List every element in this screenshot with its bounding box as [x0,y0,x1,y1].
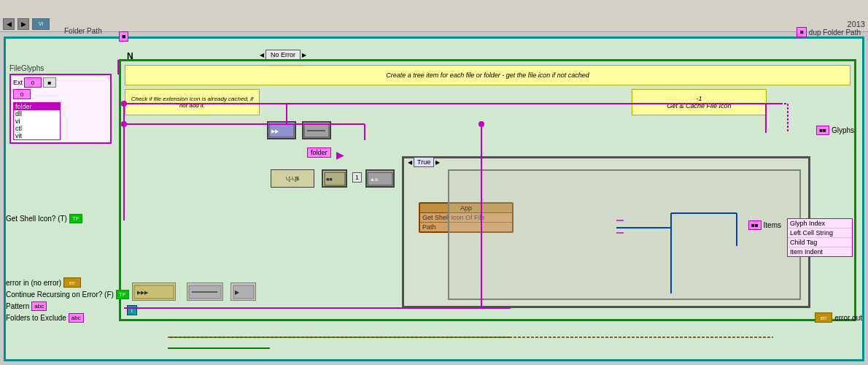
subvi-1-icon: ▶▶ [268,123,295,138]
main-canvas: ◀ ▶ VI 2013 Folder Path ■ ■ dup Folder P… [0,16,868,365]
glyphs-label: Glyphs [832,126,854,134]
misc-node-3: ▶ [230,283,256,301]
case-structure: ◀ True ▶ App Get Shell Icon Of File Path [402,156,810,308]
list-item-vit[interactable]: vit [14,132,60,139]
cluster-row-glyph-index: Glyph Index [788,219,852,228]
fileglyphs-section: FileGlyphs Ext 0 ■ 0 folder dll vi ctl v… [9,64,112,144]
toolbar-icons: ◀ ▶ VI [3,18,50,30]
pattern-row: Pattern abc [6,301,129,311]
diagram-icon[interactable]: VI [32,18,50,30]
dup-folder-path-label: ■ dup Folder Path [797,27,861,37]
subvi-3-icon: ■■ [324,172,346,186]
subvi-2-icon [303,123,330,138]
continue-row: Continue Recursing on Error? (F) TF [6,290,129,299]
subvi-3[interactable]: ■■ [322,169,347,188]
pattern-terminal[interactable]: abc [31,301,47,311]
main-description: Create a tree item for each file or fold… [125,65,850,85]
for-loop: ◀ No Error ▶ N Create a tree item for ea… [119,59,856,321]
forward-icon[interactable]: ▶ [18,18,29,30]
get-shell-terminal[interactable]: TF [69,214,82,223]
error-out-row: err error out [815,312,862,323]
cache-file-icon-box: -1 Get & Cache File Icon [632,89,767,115]
glyphs-output: ■■ Glyphs [816,126,854,135]
list-item-ctl[interactable]: ctl [14,125,60,132]
items-output: ■■ Items [748,220,781,230]
true-selector[interactable]: ◀ True ▶ [408,157,440,167]
continue-terminal[interactable]: TF [116,290,129,299]
list-item-vi[interactable]: vi [14,118,60,125]
arrow-node: ▶ [336,149,344,161]
fileglyphs-box: Ext 0 ■ 0 folder dll vi ctl vit [9,74,112,144]
svg-text:■■: ■■ [326,177,332,182]
ext-row: Ext 0 ■ [13,77,108,88]
glyphs-terminal: ■■ [816,126,829,135]
error-out-terminal: err [815,312,832,323]
svg-text:▶▶▶: ▶▶▶ [137,290,149,295]
check-description: Check if file extension icon is already … [125,89,260,115]
misc-icon-3: ▶ [233,285,255,299]
toolbar: ◀ ▶ VI 2013 [0,16,868,32]
items-terminal: ■■ [748,220,762,230]
misc-icon-1: ▶▶▶ [133,285,174,299]
fileglyphs-label: FileGlyphs [9,64,112,72]
list-box[interactable]: folder dll vi ctl vit [13,102,61,140]
cluster-row-child-tag: Child Tag [788,238,852,247]
error-section: error in (no error) err Continue Recursi… [6,277,129,323]
zero-box-2[interactable]: 0 [13,89,31,99]
cluster-outputs: Glyph Index Left Cell String Child Tag I… [787,218,853,257]
subvi-4-icon: ▲a [367,172,393,186]
folders-row: Folders to Exclude abc [6,313,129,323]
const-1: 1 [352,172,362,182]
folder-label-node: folder [307,147,331,158]
inner-struct [448,169,801,300]
folder-path-terminal[interactable]: ■ [119,31,128,42]
error-in-terminal[interactable]: err [63,277,81,288]
get-shell-icon-row: Get Shell Icon? (T) TF [6,214,82,223]
subvi-1[interactable]: ▶▶ [267,121,296,139]
svg-text:▲a: ▲a [370,177,378,182]
svg-text:▶: ▶ [235,289,240,296]
misc-icon-2 [188,285,222,299]
folders-terminal[interactable]: abc [69,313,84,323]
cluster-row-item-indent: Item Indent [788,247,852,256]
misc-node-1: ▶▶▶ [132,283,176,301]
regex-box: \.[-\.]$ [271,169,314,188]
n-label: N [127,51,133,61]
ext-small-box[interactable]: ■ [43,77,56,88]
svg-text:▶▶: ▶▶ [271,128,279,134]
dup-folder-terminal: ■ [797,27,806,37]
list-item-folder[interactable]: folder [14,103,60,110]
list-item-dll[interactable]: dll [14,110,60,118]
subvi-4[interactable]: ▲a [365,169,395,188]
back-icon[interactable]: ◀ [3,18,15,30]
ext-pink-box[interactable]: 0 [24,77,42,88]
cluster-row-left-cell: Left Cell String [788,228,852,238]
error-in-row: error in (no error) err [6,277,129,288]
error-out-label: error out [834,314,862,322]
items-label: Items [764,221,781,229]
misc-node-2 [187,283,223,301]
subvi-2[interactable] [302,121,331,139]
outer-loop: Folder Path ■ ■ dup Folder Path ◀ No Err… [4,36,864,361]
folder-path-label: Folder Path [64,27,102,35]
error-selector[interactable]: ◀ No Error ▶ [260,50,306,60]
